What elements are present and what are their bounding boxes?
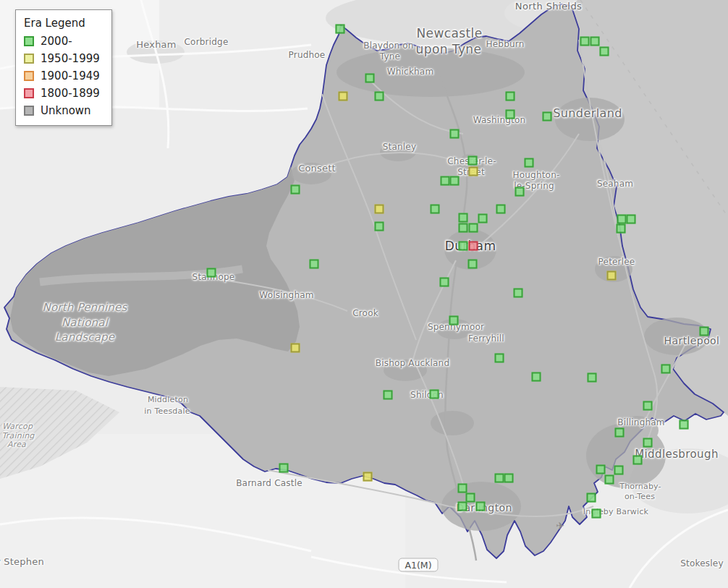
era-marker-2000-[interactable] xyxy=(591,37,600,46)
era-marker-2000-[interactable] xyxy=(496,205,506,214)
era-marker-2000-[interactable] xyxy=(441,176,450,186)
legend-row: 1950-1999 xyxy=(24,52,100,65)
legend-label: 2000- xyxy=(41,35,72,48)
legend-swatch xyxy=(24,88,34,98)
era-marker-2000-[interactable] xyxy=(514,289,523,298)
era-marker-1950-1999[interactable] xyxy=(469,167,478,176)
era-marker-2000-[interactable] xyxy=(458,484,467,493)
era-marker-2000-[interactable] xyxy=(633,456,643,465)
era-marker-2000-[interactable] xyxy=(495,354,504,363)
era-marker-2000-[interactable] xyxy=(384,391,393,400)
era-marker-2000-[interactable] xyxy=(459,242,468,251)
era-marker-2000-[interactable] xyxy=(336,25,345,34)
era-marker-2000-[interactable] xyxy=(468,156,478,166)
legend-label: 1950-1999 xyxy=(41,52,100,65)
era-marker-2000-[interactable] xyxy=(627,215,636,224)
era-marker-2000-[interactable] xyxy=(592,509,601,519)
era-marker-2000-[interactable] xyxy=(506,92,515,101)
era-marker-2000-[interactable] xyxy=(504,474,514,483)
era-marker-2000-[interactable] xyxy=(596,465,606,474)
era-marker-2000-[interactable] xyxy=(469,223,478,233)
era-marker-2000-[interactable] xyxy=(588,373,597,383)
era-marker-2000-[interactable] xyxy=(459,223,468,233)
legend-label: Unknown xyxy=(41,104,91,117)
era-marker-2000-[interactable] xyxy=(614,466,624,475)
era-marker-2000-[interactable] xyxy=(430,390,439,399)
era-marker-2000-[interactable] xyxy=(207,268,216,278)
legend-swatch xyxy=(24,54,34,64)
era-marker-1950-1999[interactable] xyxy=(607,271,617,281)
era-marker-2000-[interactable] xyxy=(450,176,460,186)
legend-row: Unknown xyxy=(24,104,100,117)
era-marker-2000-[interactable] xyxy=(580,37,590,46)
legend-label: 1800-1899 xyxy=(41,87,100,100)
era-marker-2000-[interactable] xyxy=(532,372,541,382)
legend-row: 1900-1949 xyxy=(24,69,100,82)
legend-row: 2000- xyxy=(24,35,100,48)
era-marker-2000-[interactable] xyxy=(600,47,609,56)
map-viewport[interactable]: A1(M) ✈ North ShieldsHexhamCorbridgeNewc… xyxy=(0,0,728,588)
era-marker-2000-[interactable] xyxy=(515,187,525,197)
legend-swatch xyxy=(24,71,34,81)
era-marker-2000-[interactable] xyxy=(587,493,596,503)
era-marker-2000-[interactable] xyxy=(643,401,653,411)
era-marker-1950-1999[interactable] xyxy=(291,344,300,353)
era-marker-1800-1899[interactable] xyxy=(469,242,478,251)
era-marker-2000-[interactable] xyxy=(476,502,486,511)
era-marker-2000-[interactable] xyxy=(661,365,671,374)
era-marker-1950-1999[interactable] xyxy=(375,205,384,214)
era-marker-2000-[interactable] xyxy=(375,92,384,101)
era-marker-2000-[interactable] xyxy=(375,222,384,231)
era-marker-2000-[interactable] xyxy=(468,260,478,269)
era-marker-2000-[interactable] xyxy=(310,260,319,269)
era-marker-2000-[interactable] xyxy=(440,278,449,287)
legend-label: 1900-1949 xyxy=(41,69,100,82)
legend-swatch xyxy=(24,36,34,46)
era-marker-2000-[interactable] xyxy=(459,213,468,223)
era-marker-1950-1999[interactable] xyxy=(363,472,373,482)
era-marker-2000-[interactable] xyxy=(543,112,552,122)
era-marker-2000-[interactable] xyxy=(450,129,460,139)
legend-swatch xyxy=(24,106,34,116)
era-legend: Era Legend 2000-1950-19991900-19491800-1… xyxy=(15,9,112,126)
era-marker-2000-[interactable] xyxy=(365,74,375,83)
era-marker-2000-[interactable] xyxy=(525,158,534,168)
era-marker-2000-[interactable] xyxy=(615,428,625,438)
era-marker-2000-[interactable] xyxy=(506,110,515,119)
era-marker-2000-[interactable] xyxy=(495,474,504,483)
legend-items: 2000-1950-19991900-19491800-1899Unknown xyxy=(24,35,100,117)
era-marker-2000-[interactable] xyxy=(617,215,627,224)
era-marker-2000-[interactable] xyxy=(680,420,689,430)
era-marker-2000-[interactable] xyxy=(279,464,289,473)
era-marker-2000-[interactable] xyxy=(291,185,300,195)
legend-row: 1800-1899 xyxy=(24,87,100,100)
era-marker-2000-[interactable] xyxy=(431,205,440,214)
era-marker-2000-[interactable] xyxy=(700,327,709,336)
era-marker-2000-[interactable] xyxy=(478,214,488,223)
legend-title: Era Legend xyxy=(24,17,100,30)
era-marker-1950-1999[interactable] xyxy=(339,92,348,101)
era-marker-2000-[interactable] xyxy=(458,502,467,511)
era-marker-2000-[interactable] xyxy=(617,224,626,234)
era-marker-2000-[interactable] xyxy=(605,475,614,485)
era-marker-2000-[interactable] xyxy=(643,438,653,448)
era-marker-2000-[interactable] xyxy=(449,316,459,325)
